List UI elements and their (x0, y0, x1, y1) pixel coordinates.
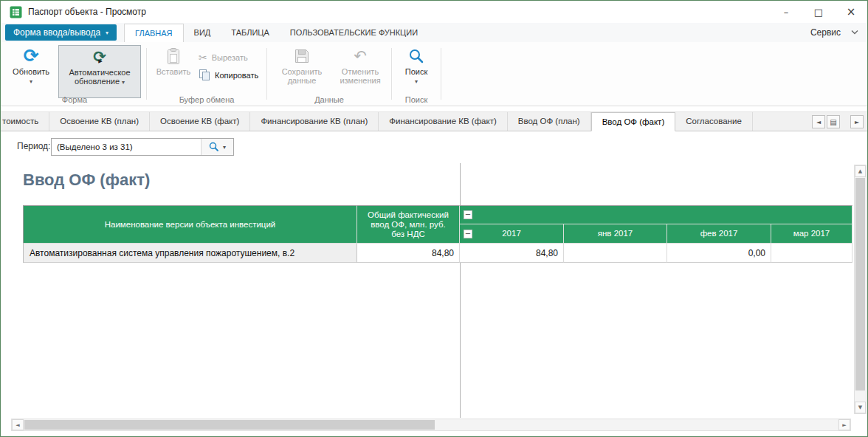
vertical-scrollbar-thumb[interactable] (855, 178, 865, 390)
row-year-cell[interactable]: 84,80 (460, 244, 564, 263)
period-combo-buttons[interactable]: ▾ (201, 139, 233, 155)
filter-row: Период: (Выделено 3 из 31) ▾ (1, 132, 867, 162)
paste-button[interactable]: Вставить (153, 45, 194, 98)
undo-changes-label: Отменить изменения (332, 67, 388, 85)
refresh-icon: ⟳ (24, 45, 39, 67)
copy-icon (199, 69, 210, 83)
tab-scroll-left-button[interactable]: ◄ (812, 115, 825, 128)
row-jan-cell[interactable] (564, 244, 667, 263)
horizontal-scrollbar[interactable]: ◄ ► (11, 419, 851, 431)
app-window: Паспорт объекта - Просмотр – □ × Форма в… (0, 0, 868, 437)
chevron-down-icon[interactable]: ▾ (223, 144, 226, 151)
frozen-column-divider (460, 163, 461, 418)
save-icon (294, 45, 310, 67)
copy-button[interactable]: Копировать (199, 67, 258, 83)
ribbon-group-search: Поиск ▾ Поиск (392, 42, 441, 106)
paste-icon (165, 45, 182, 67)
scroll-right-button[interactable]: ► (838, 419, 850, 430)
column-header-feb-2017[interactable]: фев 2017 (667, 224, 771, 244)
column-header-name[interactable]: Наименование версии объекта инвестиций (23, 205, 357, 244)
ribbon-group-form: ⟳ Обновить ▾ ⟳ ▶ Автоматическое обновлен… (4, 42, 145, 106)
column-header-total[interactable]: Общий фактический ввод ОФ, млн. руб. без… (357, 205, 460, 244)
paste-label: Вставить (156, 67, 191, 76)
form-io-menu-button[interactable]: Форма ввода/вывода ▾ (5, 24, 117, 41)
vertical-scrollbar[interactable]: ▲ ▼ (854, 165, 867, 414)
save-data-button[interactable]: Сохранить данные (275, 45, 329, 98)
app-icon (10, 6, 22, 18)
scroll-left-button[interactable]: ◄ (12, 419, 24, 430)
cut-button[interactable]: ✂ Вырезать (199, 49, 248, 66)
auto-refresh-toggle[interactable]: ⟳ ▶ Автоматическое обновление ▾ (58, 45, 141, 98)
chevron-down-icon: ▾ (30, 78, 32, 86)
close-button[interactable]: × (835, 1, 867, 23)
minimize-button[interactable]: – (770, 1, 802, 23)
service-menu[interactable]: Сервис (810, 23, 841, 42)
undo-changes-button[interactable]: ↶ Отменить изменения (332, 45, 388, 98)
column-header-jan-2017[interactable]: янв 2017 (564, 224, 667, 244)
titlebar: Паспорт объекта - Просмотр – □ × (1, 1, 867, 23)
document-tabstrip: тоимость Освоение КВ (план) Освоение КВ … (1, 111, 867, 131)
window-title: Паспорт объекта - Просмотр (28, 7, 146, 17)
cut-label: Вырезать (212, 53, 248, 62)
row-name-cell[interactable]: Автоматизированная система управления по… (23, 244, 357, 263)
group-label-search: Поиск (392, 95, 441, 104)
column-header-year-2017[interactable]: − 2017 (460, 224, 564, 244)
row-feb-cell[interactable]: 0,00 (667, 244, 771, 263)
form-io-menu-label: Форма ввода/вывода (13, 27, 100, 38)
chevron-down-icon: ▾ (106, 30, 108, 36)
row-total-cell[interactable]: 84,80 (357, 244, 460, 263)
ribbon-separator (441, 48, 441, 100)
tab-finansirovanie-kv-fakt[interactable]: Финансирование КВ (факт) (379, 112, 507, 131)
maximize-button[interactable]: □ (802, 1, 835, 23)
save-data-label: Сохранить данные (275, 67, 329, 85)
row-mar-cell[interactable] (771, 244, 852, 263)
window-controls: – □ × (770, 1, 867, 23)
period-combobox[interactable]: (Выделено 3 из 31) ▾ (51, 138, 234, 156)
data-grid: Наименование версии объекта инвестиций О… (23, 205, 852, 263)
ribbon-tab-main[interactable]: ГЛАВНАЯ (124, 24, 183, 42)
sheet-title: Ввод ОФ (факт) (23, 171, 150, 190)
ribbon-group-clipboard: Вставить ✂ Вырезать Копировать Буфер обм… (147, 42, 266, 106)
ribbon-tab-user-functions[interactable]: ПОЛЬЗОВАТЕЛЬСКИЕ ФУНКЦИИ (280, 24, 428, 42)
cut-icon: ✂ (199, 52, 207, 63)
copy-label: Копировать (215, 71, 258, 80)
collapse-band-button[interactable]: − (464, 210, 472, 219)
ribbon-tab-view[interactable]: ВИД (184, 24, 221, 42)
chevron-down-icon[interactable] (851, 30, 858, 35)
horizontal-scrollbar-thumb[interactable] (24, 420, 435, 430)
chevron-down-icon: ▾ (122, 79, 125, 86)
search-label: Поиск (405, 67, 427, 76)
collapse-year-button[interactable]: − (464, 230, 472, 238)
auto-refresh-label: Автоматическое обновление ▾ (59, 68, 140, 87)
refresh-label: Обновить (13, 67, 49, 76)
tab-scroll-right-button[interactable]: ► (850, 115, 864, 128)
tab-finansirovanie-kv-plan[interactable]: Финансирование КВ (план) (250, 112, 379, 131)
tab-navigation: ◄ ▤ ► (812, 115, 864, 128)
refresh-button[interactable]: ⟳ Обновить ▾ (8, 45, 54, 98)
search-icon[interactable] (209, 142, 219, 152)
tab-list-button[interactable]: ▤ (827, 115, 840, 128)
tab-osvoenie-kv-fakt[interactable]: Освоение КВ (факт) (150, 112, 250, 131)
group-label-clipboard: Буфер обмена (147, 95, 266, 104)
tab-osvoenie-kv-plan[interactable]: Освоение КВ (план) (49, 112, 150, 131)
scroll-down-button[interactable]: ▼ (855, 402, 866, 413)
auto-refresh-icon: ⟳ ▶ (93, 46, 106, 68)
undo-icon: ↶ (354, 45, 367, 67)
search-icon (408, 45, 424, 67)
period-label: Период: (17, 141, 50, 151)
ribbon-tab-row: Форма ввода/вывода ▾ ГЛАВНАЯ ВИД ТАБЛИЦА… (1, 23, 867, 42)
tab-vvod-of-plan[interactable]: Ввод ОФ (план) (508, 112, 591, 131)
group-label-data: Данные (267, 95, 391, 104)
ribbon-tab-table[interactable]: ТАБЛИЦА (221, 24, 280, 42)
group-label-form: Форма (4, 95, 145, 104)
play-icon: ▶ (98, 52, 102, 70)
scroll-up-button[interactable]: ▲ (855, 165, 866, 177)
column-header-mar-2017[interactable]: мар 2017 (771, 224, 852, 244)
chevron-down-icon: ▾ (415, 78, 418, 86)
tab-stoimost[interactable]: тоимость (1, 112, 49, 131)
search-button[interactable]: Поиск ▾ (396, 45, 436, 98)
tab-vvod-of-fakt[interactable]: Ввод ОФ (факт) (591, 112, 676, 131)
tab-soglasovanie[interactable]: Согласование (675, 112, 753, 131)
column-band-header[interactable]: − (460, 205, 852, 224)
year-label: 2017 (502, 229, 521, 238)
